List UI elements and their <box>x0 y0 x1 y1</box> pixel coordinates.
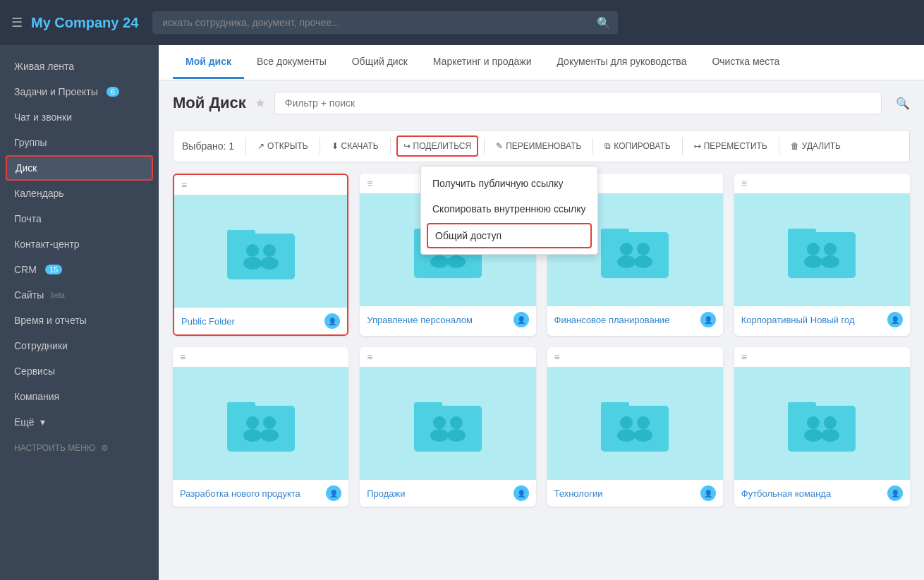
file-name: Финансовое планирование <box>554 315 670 325</box>
settings-icon: ⚙ <box>101 443 109 453</box>
sidebar-item-more[interactable]: Ещё ▾ <box>0 409 159 435</box>
file-card-footer: Технологии 👤 <box>547 480 723 507</box>
file-card-football[interactable]: ≡ Футбольная команда 👤 <box>734 347 910 507</box>
move-button[interactable]: ↦ ПЕРЕМЕСТИТЬ <box>688 137 773 155</box>
sidebar-item-services[interactable]: Сервисы <box>0 358 159 384</box>
action-bar: Выбрано: 1 ↗ ОТКРЫТЬ ⬇ СКАЧАТЬ ↪ ПОДЕЛИТ… <box>173 130 910 162</box>
file-menu-icon[interactable]: ≡ <box>554 351 560 363</box>
tab-cleanup[interactable]: Очистка места <box>699 46 792 79</box>
share-dropdown: Получить публичную ссылку Скопировать вн… <box>420 166 598 255</box>
svg-point-26 <box>246 416 259 429</box>
svg-point-28 <box>263 416 276 429</box>
sidebar-item-company[interactable]: Компания <box>0 384 159 409</box>
file-thumb <box>734 367 910 480</box>
open-button[interactable]: ↗ ОТКРЫТЬ <box>252 137 314 155</box>
rename-button[interactable]: ✎ ПЕРЕИМЕНОВАТЬ <box>490 137 587 155</box>
tab-marketing[interactable]: Маркетинг и продажи <box>420 46 545 79</box>
svg-point-21 <box>804 255 822 268</box>
svg-rect-43 <box>788 402 816 411</box>
file-menu-icon[interactable]: ≡ <box>180 351 186 363</box>
delete-button[interactable]: 🗑 УДАЛИТЬ <box>785 137 846 155</box>
svg-point-27 <box>243 429 262 442</box>
file-menu-icon[interactable]: ≡ <box>181 179 187 191</box>
file-name: Технологии <box>554 488 603 499</box>
file-menu-icon[interactable]: ≡ <box>367 351 372 363</box>
svg-rect-13 <box>601 229 629 237</box>
file-card-public-folder[interactable]: ≡ Public Folder 👤 <box>173 174 348 336</box>
sidebar-item-tasks[interactable]: Задачи и Проекты 6 <box>0 79 159 104</box>
svg-point-38 <box>620 416 633 429</box>
sidebar-item-chat[interactable]: Чат и звонки <box>0 104 159 130</box>
sidebar-item-employees[interactable]: Сотрудники <box>0 333 159 358</box>
file-avatar: 👤 <box>324 313 340 329</box>
file-avatar: 👤 <box>700 485 716 501</box>
filter-search-input[interactable] <box>274 92 882 114</box>
file-card-footer: Разработка нового продукта 👤 <box>173 480 348 507</box>
file-card-footer: Корпоративный Новый год 👤 <box>734 306 910 333</box>
tab-all-docs[interactable]: Все документы <box>244 46 339 79</box>
sites-beta: beta <box>51 291 64 299</box>
tab-my-disk[interactable]: Мой диск <box>173 46 244 79</box>
file-thumb <box>173 367 348 480</box>
share-shared-access[interactable]: Общий доступ <box>427 223 592 248</box>
file-card-footer: Футбольная команда 👤 <box>734 480 910 507</box>
tab-management-docs[interactable]: Документы для руководства <box>544 46 699 79</box>
svg-point-20 <box>807 243 820 255</box>
file-name: Футбольная команда <box>741 488 831 499</box>
file-card-tech[interactable]: ≡ Технологии 👤 <box>547 347 723 507</box>
file-card-sales[interactable]: ≡ Продажи 👤 <box>360 347 535 507</box>
file-menu-icon[interactable]: ≡ <box>741 351 747 363</box>
tabs-bar: Мой диск Все документы Общий диск Маркет… <box>159 45 924 80</box>
configure-menu[interactable]: НАСТРОИТЬ МЕНЮ ⚙ <box>0 435 159 461</box>
star-icon[interactable]: ★ <box>255 95 266 111</box>
page-title-row: Мой Диск ★ 🔍 <box>173 92 910 114</box>
search-input[interactable] <box>152 11 618 34</box>
svg-rect-36 <box>601 406 669 452</box>
file-card-footer: Продажи 👤 <box>360 480 535 507</box>
svg-rect-19 <box>788 229 816 237</box>
main-content: Мой диск Все документы Общий диск Маркет… <box>159 45 924 580</box>
svg-rect-42 <box>788 406 856 452</box>
svg-point-2 <box>246 244 259 257</box>
sidebar-item-crm[interactable]: CRM 15 <box>0 257 159 282</box>
sidebar-item-sites[interactable]: Сайты beta <box>0 282 159 308</box>
sidebar-item-time-reports[interactable]: Время и отчеты <box>0 308 159 333</box>
svg-rect-12 <box>601 232 669 278</box>
sidebar-item-groups[interactable]: Группы <box>0 130 159 155</box>
file-avatar: 👤 <box>887 312 903 327</box>
svg-point-22 <box>824 243 837 255</box>
open-icon: ↗ <box>257 141 265 151</box>
sidebar-item-calendar[interactable]: Календарь <box>0 181 159 206</box>
folder-icon <box>413 392 483 455</box>
tab-shared-disk[interactable]: Общий диск <box>339 46 420 79</box>
share-internal-link[interactable]: Скопировать внутреннюю ссылку <box>421 196 597 222</box>
rename-icon: ✎ <box>496 141 503 151</box>
svg-point-16 <box>637 243 650 255</box>
svg-point-29 <box>260 429 279 442</box>
file-card-footer: Public Folder 👤 <box>174 308 347 334</box>
svg-rect-0 <box>227 234 295 279</box>
file-card-new-product[interactable]: ≡ Разработка нового продукта 👤 <box>173 347 348 507</box>
copy-button[interactable]: ⧉ КОПИРОВАТЬ <box>599 137 676 155</box>
sidebar-item-mail[interactable]: Почта <box>0 206 159 231</box>
separator-5 <box>592 138 593 155</box>
share-public-link[interactable]: Получить публичную ссылку <box>421 171 597 196</box>
svg-point-32 <box>433 416 446 429</box>
file-menu-icon[interactable]: ≡ <box>367 178 372 189</box>
sidebar-item-disk[interactable]: Диск <box>6 155 153 181</box>
share-button[interactable]: ↪ ПОДЕЛИТЬСЯ <box>396 135 479 157</box>
menu-icon[interactable]: ☰ <box>11 15 23 30</box>
share-icon: ↪ <box>403 141 411 151</box>
filter-search-icon[interactable]: 🔍 <box>896 97 910 110</box>
separator-6 <box>682 138 683 155</box>
file-avatar: 👤 <box>887 485 903 501</box>
file-card-corporate-ny[interactable]: ≡ Корпоративный Новый год 👤 <box>734 174 910 336</box>
svg-point-44 <box>807 416 820 429</box>
file-menu-icon[interactable]: ≡ <box>741 178 747 189</box>
sidebar-item-live-feed[interactable]: Живая лента <box>0 54 159 79</box>
sidebar-item-contact-center[interactable]: Контакт-центр <box>0 231 159 257</box>
search-button[interactable]: 🔍 <box>597 16 611 30</box>
svg-point-33 <box>430 429 449 442</box>
download-button[interactable]: ⬇ СКАЧАТЬ <box>326 137 384 155</box>
search-wrap: 🔍 <box>152 11 618 34</box>
